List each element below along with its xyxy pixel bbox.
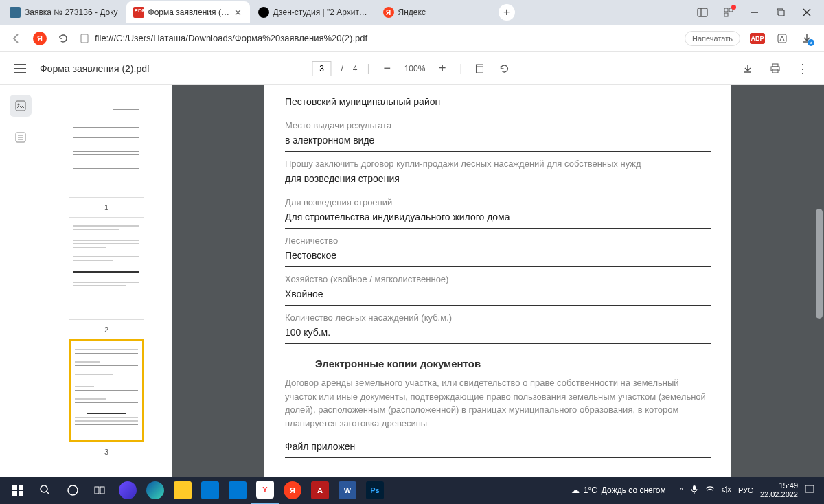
tab-label: Форма заявления (2).p bbox=[148, 8, 231, 17]
tab-favicon bbox=[258, 7, 269, 18]
svg-line-28 bbox=[47, 492, 49, 494]
svg-point-18 bbox=[18, 104, 20, 106]
svg-rect-0 bbox=[698, 8, 707, 16]
tab-2-active[interactable]: PDF Форма заявления (2).p ✕ bbox=[126, 1, 250, 23]
cortana-button[interactable] bbox=[59, 477, 87, 504]
weather-temp: 1°C bbox=[584, 485, 597, 495]
svg-rect-10 bbox=[81, 34, 88, 43]
yandex-home-button[interactable]: Я bbox=[33, 32, 47, 45]
document-viewport[interactable]: Пестовский муниципальный район Место выд… bbox=[172, 85, 824, 504]
field-label: Лесничество bbox=[285, 236, 711, 246]
weather-widget[interactable]: ☁ 1°C Дождь со снегом bbox=[571, 485, 666, 495]
thumbnail-2[interactable] bbox=[69, 217, 144, 320]
start-button[interactable] bbox=[4, 477, 32, 504]
thumb-label-1: 1 bbox=[104, 203, 108, 211]
page-total: 4 bbox=[353, 64, 358, 73]
app-word[interactable]: W bbox=[334, 477, 361, 504]
svg-point-29 bbox=[68, 485, 78, 495]
sidebar-icon[interactable] bbox=[696, 6, 709, 19]
tab-label: Заявка № 273136 - Доку bbox=[25, 8, 118, 17]
download-pdf-button[interactable] bbox=[740, 61, 755, 76]
tab-label: Яндекс bbox=[398, 8, 486, 17]
fit-page-button[interactable] bbox=[472, 61, 488, 76]
outline-view-button[interactable] bbox=[10, 126, 32, 148]
thumbnail-1[interactable] bbox=[69, 95, 144, 198]
field-value: Хвойное bbox=[285, 288, 711, 299]
thumbnails-view-button[interactable] bbox=[10, 95, 32, 117]
back-button[interactable] bbox=[10, 32, 23, 45]
app-yandex2[interactable]: Я bbox=[279, 477, 306, 504]
svg-rect-33 bbox=[805, 485, 814, 492]
content-area: 1 2 3 Пестовский муниципальный район Мес bbox=[0, 85, 824, 504]
app-autocad[interactable]: A bbox=[306, 477, 334, 504]
svg-rect-31 bbox=[100, 487, 104, 494]
chevron-up-icon[interactable]: ^ bbox=[680, 486, 683, 494]
reload-button[interactable] bbox=[56, 32, 70, 45]
app-yandex-browser[interactable] bbox=[114, 477, 141, 504]
page-sep: / bbox=[341, 64, 343, 73]
form-field: Пестовский муниципальный район bbox=[285, 92, 711, 113]
notification-icon[interactable] bbox=[805, 485, 814, 496]
menu-icon[interactable] bbox=[14, 64, 26, 73]
url-field[interactable]: file:///C:/Users/Наташа/Downloads/Форма%… bbox=[80, 33, 675, 43]
svg-rect-25 bbox=[12, 491, 17, 496]
svg-rect-23 bbox=[12, 485, 17, 490]
pdf-title: Форма заявления (2).pdf bbox=[40, 63, 150, 74]
tab-4[interactable]: Я Яндекс bbox=[376, 1, 493, 23]
download-icon[interactable]: 3 bbox=[799, 31, 814, 46]
zoom-in-button[interactable]: + bbox=[435, 61, 450, 76]
svg-rect-7 bbox=[779, 10, 784, 16]
svg-rect-24 bbox=[19, 485, 23, 490]
app-store[interactable] bbox=[196, 477, 224, 504]
form-field: Для возведения строений Для строительств… bbox=[285, 193, 711, 229]
volume-icon[interactable] bbox=[722, 485, 731, 495]
tab-3[interactable]: Дзен-студия | "2 Архитект bbox=[251, 1, 375, 23]
scrollbar-thumb[interactable] bbox=[816, 209, 823, 319]
field-value: для возведения строения bbox=[285, 173, 711, 184]
tab-1[interactable]: Заявка № 273136 - Доку bbox=[3, 1, 125, 23]
svg-rect-14 bbox=[772, 64, 778, 67]
rotate-button[interactable] bbox=[497, 61, 512, 76]
wifi-icon[interactable] bbox=[705, 485, 715, 495]
page-input[interactable] bbox=[312, 61, 331, 76]
app-explorer[interactable] bbox=[169, 477, 196, 504]
date: 22.02.2022 bbox=[760, 490, 798, 499]
mic-icon[interactable] bbox=[690, 485, 698, 496]
form-field: Прошу заключить договор купли-продажи ле… bbox=[285, 154, 711, 190]
taskview-button[interactable] bbox=[87, 477, 114, 504]
zoom-out-button[interactable]: − bbox=[380, 61, 395, 76]
app-edge[interactable] bbox=[141, 477, 169, 504]
svg-rect-26 bbox=[19, 491, 23, 496]
doc-description: Договор аренды земельного участка, или с… bbox=[285, 376, 711, 430]
extension-icon[interactable] bbox=[775, 31, 790, 46]
abp-extension[interactable]: ABP bbox=[750, 31, 765, 46]
thumbnail-3-selected[interactable] bbox=[69, 339, 144, 442]
close-icon[interactable]: ✕ bbox=[233, 8, 243, 17]
print-pdf-button[interactable] bbox=[768, 61, 783, 76]
weather-text: Дождь со снегом bbox=[602, 485, 666, 495]
minimize-button[interactable] bbox=[748, 6, 761, 19]
svg-rect-17 bbox=[16, 101, 25, 111]
browser-tabbar: Заявка № 273136 - Доку PDF Форма заявлен… bbox=[0, 0, 824, 25]
pdf-page: Пестовский муниципальный район Место выд… bbox=[264, 85, 731, 481]
form-field: Лесничество Пестовское bbox=[285, 231, 711, 267]
extensions-icon[interactable] bbox=[722, 6, 735, 19]
field-value: Для строительства индивидуального жилого… bbox=[285, 211, 711, 222]
pdf-toolbar: Форма заявления (2).pdf / 4 | − 100% + |… bbox=[0, 52, 824, 85]
more-menu-button[interactable]: ⋮ bbox=[795, 61, 810, 76]
section-heading: Электронные копии документов bbox=[315, 358, 711, 369]
view-sidebar bbox=[0, 85, 41, 504]
form-field: Количество лесных насаждений (куб.м.) 10… bbox=[285, 308, 711, 344]
search-button[interactable] bbox=[32, 477, 59, 504]
language-indicator[interactable]: РУС bbox=[738, 486, 753, 494]
windows-taskbar: Y Я A W Ps ☁ 1°C Дождь со снегом ^ РУС 1… bbox=[0, 477, 824, 504]
new-tab-button[interactable]: + bbox=[499, 4, 515, 21]
close-window-button[interactable] bbox=[801, 6, 813, 19]
app-yandex[interactable]: Y bbox=[251, 477, 279, 504]
thumb-label-2: 2 bbox=[104, 325, 108, 334]
app-mail[interactable] bbox=[224, 477, 251, 504]
clock[interactable]: 15:49 22.02.2022 bbox=[760, 481, 798, 499]
app-photoshop[interactable]: Ps bbox=[361, 477, 389, 504]
print-button[interactable]: Напечатать bbox=[685, 31, 740, 46]
maximize-button[interactable] bbox=[775, 6, 787, 19]
